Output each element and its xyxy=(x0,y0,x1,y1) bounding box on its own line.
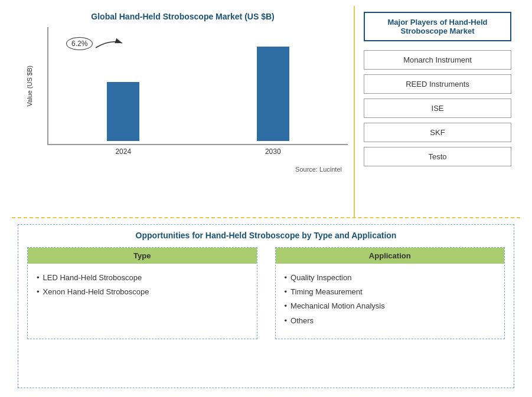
players-title: Major Players of Hand-Held Stroboscope M… xyxy=(364,12,511,41)
bar-group-2024: 2024 xyxy=(48,27,198,144)
application-column: Application • Quality Inspection • Timin… xyxy=(275,247,505,339)
type-header: Type xyxy=(28,248,257,264)
opp-columns: Type • LED Hand-Held Stroboscope • Xenon… xyxy=(27,247,505,339)
bar-2024 xyxy=(107,82,139,141)
app-item-0: • Quality Inspection xyxy=(285,273,496,283)
chart-area: Global Hand-Held Stroboscope Market (US … xyxy=(12,6,355,217)
opportunities-container: Opportunities for Hand-Held Stroboscope … xyxy=(18,224,514,388)
bars-container: 6.2% 2024 xyxy=(47,27,348,145)
source-label: Source: Lucintel xyxy=(18,166,348,173)
app-item-3: • Others xyxy=(285,316,496,326)
type-column: Type • LED Hand-Held Stroboscope • Xenon… xyxy=(27,247,257,339)
bottom-section: Opportunities for Hand-Held Stroboscope … xyxy=(12,218,520,391)
bullet-icon: • xyxy=(285,287,288,297)
main-container: Global Hand-Held Stroboscope Market (US … xyxy=(0,0,532,397)
player-skf: SKF xyxy=(364,123,511,142)
player-ise: ISE xyxy=(364,99,511,118)
bar-label-2024: 2024 xyxy=(115,147,131,156)
bullet-icon: • xyxy=(37,273,40,283)
players-area: Major Players of Hand-Held Stroboscope M… xyxy=(355,6,520,217)
bullet-icon: • xyxy=(285,301,288,311)
bullet-icon: • xyxy=(285,273,288,283)
chart-wrapper: Value (US $B) 6.2% xyxy=(18,27,348,163)
bullet-icon: • xyxy=(37,287,40,297)
opportunities-title: Opportunities for Hand-Held Stroboscope … xyxy=(27,231,505,240)
app-item-1: • Timing Measurement xyxy=(285,287,496,297)
y-axis-label: Value (US $B) xyxy=(26,65,33,107)
type-items: • LED Hand-Held Stroboscope • Xenon Hand… xyxy=(28,270,257,304)
top-section: Global Hand-Held Stroboscope Market (US … xyxy=(12,6,520,218)
player-reed: REED Instruments xyxy=(364,74,511,94)
type-item-0: • LED Hand-Held Stroboscope xyxy=(37,273,248,283)
application-items: • Quality Inspection • Timing Measuremen… xyxy=(276,270,505,333)
bar-group-2030: 2030 xyxy=(198,27,348,144)
bullet-icon: • xyxy=(285,316,288,326)
application-header: Application xyxy=(276,248,505,264)
player-monarch: Monarch Instrument xyxy=(364,50,511,70)
app-item-2: • Mechanical Motion Analysis xyxy=(285,301,496,311)
type-item-1: • Xenon Hand-Held Stroboscope xyxy=(37,287,248,297)
chart-title: Global Hand-Held Stroboscope Market (US … xyxy=(91,12,274,21)
player-testo: Testo xyxy=(364,147,511,166)
bar-2030 xyxy=(257,47,289,141)
bar-label-2030: 2030 xyxy=(265,147,281,156)
